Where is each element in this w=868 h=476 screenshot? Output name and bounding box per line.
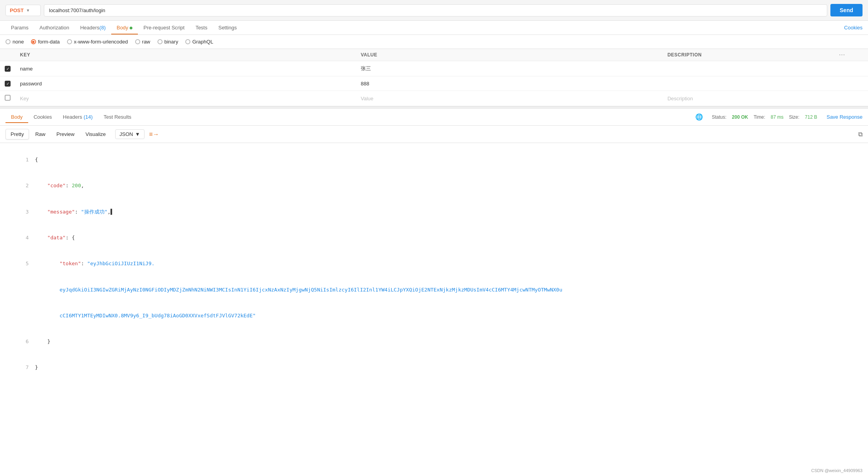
row1-checkbox-cell — [0, 61, 15, 76]
radio-binary-circle — [157, 39, 163, 44]
tab-headers[interactable]: Headers(8) — [75, 21, 111, 34]
row2-description[interactable] — [663, 76, 817, 91]
size-value: 712 B — [805, 114, 817, 120]
resp-tab-headers[interactable]: Headers (14) — [58, 111, 98, 123]
col-description-header: DESCRIPTION — [663, 49, 817, 61]
tab-params[interactable]: Params — [5, 21, 34, 34]
row2-value[interactable]: 888 — [356, 76, 663, 91]
send-button[interactable]: Send — [830, 4, 863, 16]
format-raw-button[interactable]: Raw — [31, 129, 50, 139]
radio-binary-label: binary — [165, 39, 178, 45]
row3-checkbox[interactable] — [5, 95, 11, 101]
row1-action — [817, 61, 868, 76]
table-row: password 888 — [0, 76, 868, 91]
json-line-6: 6 } — [5, 329, 863, 355]
status-label: Status: — [712, 114, 726, 120]
request-tabs: Params Authorization Headers(8) Body Pre… — [0, 21, 868, 35]
resp-headers-badge: (14) — [83, 114, 92, 120]
resp-tab-body[interactable]: Body — [5, 111, 28, 123]
row3-checkbox-cell — [0, 91, 15, 106]
json-line-5: 5 "token": "eyJhbGciOiJIUzI1NiJ9. — [5, 251, 863, 277]
key-placeholder: Key — [20, 96, 29, 101]
radio-raw-label: raw — [142, 39, 150, 45]
tab-settings[interactable]: Settings — [213, 21, 242, 34]
row2-checkbox-cell — [0, 76, 15, 91]
row3-action — [817, 91, 868, 106]
line-num-6: 6 — [18, 337, 29, 346]
radio-raw[interactable]: raw — [135, 39, 150, 45]
radio-urlencoded[interactable]: x-www-form-urlencoded — [67, 39, 128, 45]
row1-description[interactable] — [663, 61, 817, 76]
json-line-3: 3 "message": "操作成功",▌ — [5, 199, 863, 225]
method-chevron-icon: ▼ — [26, 8, 30, 13]
params-table: KEY VALUE DESCRIPTION ··· name 张三 passwo… — [0, 49, 868, 106]
json-line-7: 7} — [5, 355, 863, 380]
radio-graphql-label: GraphQL — [192, 39, 213, 45]
copy-icon[interactable]: ⧉ — [858, 131, 863, 138]
format-visualize-button[interactable]: Visualize — [81, 129, 110, 139]
body-type-bar: none form-data x-www-form-urlencoded raw… — [0, 35, 868, 49]
line-num-7: 7 — [18, 363, 29, 372]
method-label: POST — [10, 7, 24, 13]
json-format-select[interactable]: JSON ▼ — [115, 129, 145, 139]
response-stats: 🌐 Status: 200 OK Time: 87 ms Size: 712 B… — [695, 113, 863, 121]
row2-key[interactable]: password — [15, 76, 356, 91]
globe-icon[interactable]: 🌐 — [695, 113, 703, 121]
save-response-button[interactable]: Save Response — [826, 114, 863, 120]
radio-binary[interactable]: binary — [157, 39, 178, 45]
val-placeholder: Value — [361, 96, 373, 101]
json-line-5b: 5 eyJqdGkiOiI3NGIwZGRiMjAyNzI0NGFiODIyMD… — [5, 277, 863, 302]
format-pretty-button[interactable]: Pretty — [5, 129, 29, 139]
row3-key[interactable]: Key — [15, 91, 356, 106]
col-key-header: KEY — [15, 49, 356, 61]
more-options-icon[interactable]: ··· — [839, 52, 845, 58]
row2-action — [817, 76, 868, 91]
col-action-header: ··· — [817, 49, 868, 61]
size-label: Size: — [789, 114, 799, 120]
cookies-link[interactable]: Cookies — [844, 25, 863, 31]
row3-value[interactable]: Value — [356, 91, 663, 106]
json-format-chevron-icon: ▼ — [135, 131, 140, 137]
method-select[interactable]: POST ▼ — [5, 5, 41, 16]
json-format-label: JSON — [119, 131, 133, 137]
tab-pre-request-script[interactable]: Pre-request Script — [138, 21, 190, 34]
url-bar: POST ▼ Send — [0, 0, 868, 21]
radio-urlencoded-circle — [67, 39, 72, 44]
url-input[interactable] — [44, 4, 827, 16]
line-num-2: 2 — [18, 181, 29, 190]
radio-graphql-circle — [185, 39, 190, 44]
line-num-1: 1 — [18, 156, 29, 164]
row2-checkbox[interactable] — [5, 81, 11, 87]
row1-value[interactable]: 张三 — [356, 61, 663, 76]
tab-tests[interactable]: Tests — [190, 21, 213, 34]
json-line-4: 4 "data": { — [5, 225, 863, 251]
line-num-3: 3 — [18, 208, 29, 216]
json-line-2: 2 "code": 200, — [5, 173, 863, 199]
radio-none[interactable]: none — [5, 39, 24, 45]
line-num-4: 4 — [18, 233, 29, 242]
col-checkbox-header — [0, 49, 15, 61]
col-value-header: VALUE — [356, 49, 663, 61]
json-line-5c: 5 cCI6MTY1MTEyMDIwNX0.8MV9y6_I9_bUdg78iA… — [5, 303, 863, 329]
radio-graphql[interactable]: GraphQL — [185, 39, 213, 45]
wrap-icon[interactable]: ≡→ — [149, 131, 159, 138]
response-header: Body Cookies Headers (14) Test Results 🌐… — [0, 109, 868, 126]
line-num-5: 5 — [18, 259, 29, 268]
row1-checkbox[interactable] — [5, 66, 11, 72]
radio-form-data-circle — [31, 39, 36, 44]
format-preview-button[interactable]: Preview — [52, 129, 79, 139]
radio-urlencoded-label: x-www-form-urlencoded — [74, 39, 128, 45]
row1-key[interactable]: name — [15, 61, 356, 76]
radio-form-data[interactable]: form-data — [31, 39, 60, 45]
resp-tab-test-results[interactable]: Test Results — [98, 111, 137, 123]
status-value: 200 OK — [732, 114, 748, 120]
row3-description[interactable]: Description — [663, 91, 817, 106]
body-active-dot — [130, 27, 132, 29]
tab-authorization[interactable]: Authorization — [34, 21, 75, 34]
desc-placeholder: Description — [667, 96, 693, 101]
resp-tab-cookies[interactable]: Cookies — [28, 111, 58, 123]
tab-body[interactable]: Body — [111, 21, 138, 34]
format-bar: Pretty Raw Preview Visualize JSON ▼ ≡→ ⧉ — [0, 126, 868, 143]
radio-form-data-label: form-data — [38, 39, 60, 45]
response-tabs: Body Cookies Headers (14) Test Results — [5, 111, 695, 123]
